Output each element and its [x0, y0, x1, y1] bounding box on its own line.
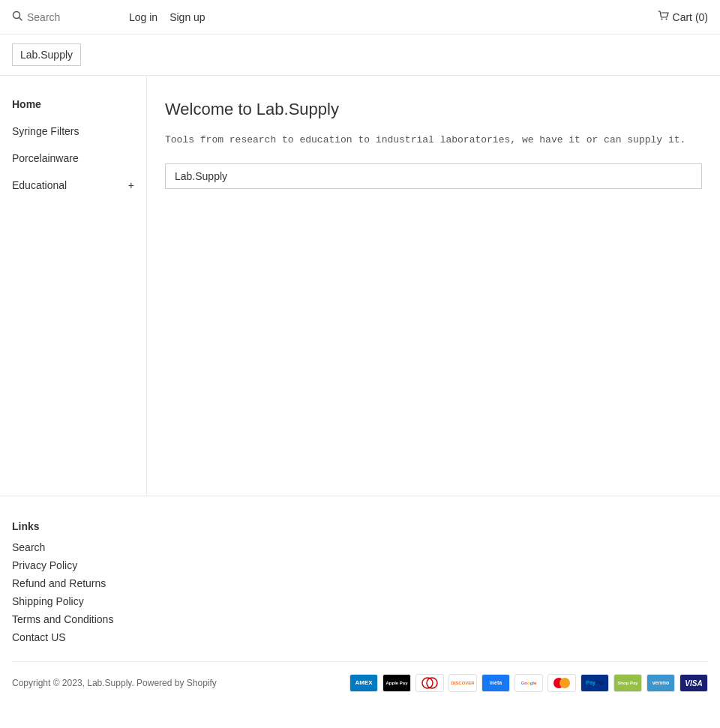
footer-copyright: Copyright © 2023, Lab.Supply. Powered by…	[12, 678, 217, 688]
header: Log in Sign up Cart (0)	[0, 0, 720, 34]
footer-link-privacy[interactable]: Privacy Policy	[12, 559, 708, 571]
payment-venmo: venmo	[646, 674, 675, 692]
payment-googlepay: Google	[514, 674, 543, 692]
payment-visa: VISA	[680, 674, 708, 692]
powered-by-link[interactable]: Powered by Shopify	[136, 678, 217, 688]
search-icon	[12, 10, 22, 23]
svg-point-2	[661, 19, 662, 20]
sidebar: Home Syringe Filters Porcelainware Educa…	[0, 76, 147, 496]
payment-meta: meta	[482, 674, 510, 692]
svg-line-1	[20, 18, 22, 21]
plus-icon: +	[128, 179, 134, 191]
page-title: Welcome to Lab.Supply	[165, 100, 702, 119]
payment-discover: DISCOVER	[448, 674, 477, 692]
footer-link-terms[interactable]: Terms and Conditions	[12, 613, 708, 625]
footer-bottom: Copyright © 2023, Lab.Supply. Powered by…	[12, 661, 708, 692]
footer-link-shipping[interactable]: Shipping Policy	[12, 595, 708, 607]
login-link[interactable]: Log in	[129, 11, 158, 23]
cart-icon	[658, 11, 673, 23]
payment-paypal: PayPal	[580, 674, 609, 692]
footer-link-contact[interactable]: Contact US	[12, 631, 708, 643]
sidebar-item-educational[interactable]: Educational +	[0, 172, 146, 199]
footer-link-refund[interactable]: Refund and Returns	[12, 577, 708, 589]
logo[interactable]: Lab.Supply	[12, 43, 81, 66]
footer-links-title: Links	[12, 520, 708, 532]
search-input[interactable]	[27, 11, 117, 23]
header-nav: Log in Sign up	[129, 11, 206, 23]
cart-label: Cart (0)	[673, 11, 708, 23]
cart-link[interactable]: Cart (0)	[658, 11, 708, 23]
search-form	[12, 10, 117, 23]
payment-applepay: Apple Pay	[382, 674, 411, 692]
educational-label: Educational	[12, 179, 67, 191]
payment-icons: AMEX Apple Pay DISCOVER meta Google PayP…	[350, 674, 708, 692]
logo-bar: Lab.Supply	[0, 34, 720, 76]
payment-diners	[416, 674, 444, 692]
footer-link-search[interactable]: Search	[12, 541, 708, 553]
brand-link[interactable]: Lab.Supply	[87, 678, 131, 688]
payment-amex: AMEX	[350, 674, 378, 692]
footer: Links Search Privacy Policy Refund and R…	[0, 496, 720, 704]
sidebar-item-porcelainware[interactable]: Porcelainware	[0, 145, 146, 172]
copyright-text: Copyright © 2023,	[12, 678, 85, 688]
main-content: Welcome to Lab.Supply Tools from researc…	[147, 76, 720, 496]
banner-box: Lab.Supply	[165, 163, 702, 189]
page-layout: Home Syringe Filters Porcelainware Educa…	[0, 76, 720, 496]
payment-mastercard	[548, 674, 576, 692]
footer-links-section: Links Search Privacy Policy Refund and R…	[12, 520, 708, 643]
payment-shopify: Shop Pay	[614, 674, 642, 692]
svg-point-3	[665, 19, 667, 20]
cart-area: Cart (0)	[658, 10, 708, 23]
sidebar-item-home[interactable]: Home	[0, 91, 146, 118]
sidebar-item-syringe-filters[interactable]: Syringe Filters	[0, 118, 146, 145]
signup-link[interactable]: Sign up	[170, 11, 205, 23]
main-description: Tools from research to education to indu…	[165, 134, 702, 145]
